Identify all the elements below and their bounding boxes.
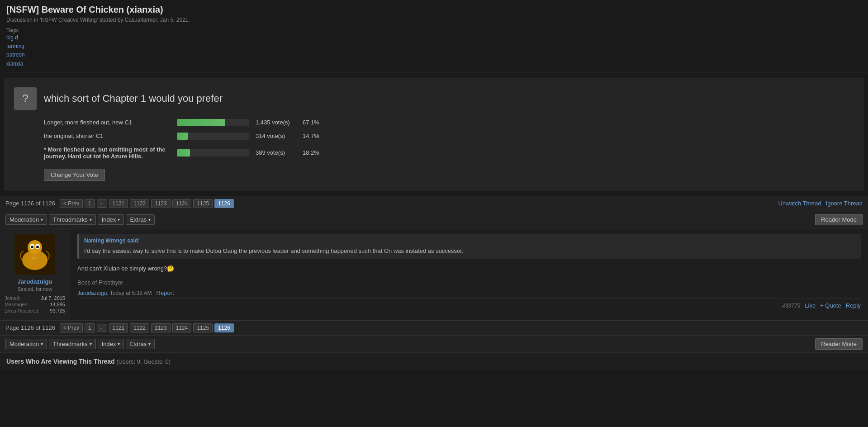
post-wrapper: Jarudazuigu Sealed, for now Joined: Jul …: [0, 228, 868, 320]
bottom-toolbar-left: Moderation ▾ Threadmarks ▾ Index ▾ Extra…: [5, 339, 155, 349]
svg-point-6: [36, 246, 39, 248]
post-attribution: Jarudazuigu, Today at 5:39 AM Report: [77, 289, 861, 296]
poll-option-1: Longer, more fleshed out, new C1 1,435 v…: [44, 119, 849, 126]
poll-bar-fill-3: [177, 149, 190, 157]
tag-farming[interactable]: farming: [6, 42, 862, 51]
index-dropdown-top[interactable]: Index ▾: [98, 214, 124, 225]
quote-arrow-icon: ↑: [142, 237, 145, 244]
stat-joined: Joined: Jul 7, 2015: [5, 295, 65, 301]
report-link[interactable]: Report: [157, 289, 174, 296]
poll-option-label-1: Longer, more fleshed out, new C1: [44, 119, 171, 126]
quote-button[interactable]: + Quote: [820, 302, 841, 309]
reader-mode-btn-top[interactable]: Reader Mode: [815, 214, 863, 225]
poll-pct-2: 14.7%: [303, 133, 319, 139]
tag-big-d[interactable]: big d: [6, 33, 862, 42]
post-actions: #33775 Like + Quote Reply: [77, 298, 861, 309]
poll-bar-fill-2: [177, 133, 188, 140]
post-role: Boss of Frostbyte: [77, 279, 861, 286]
page-subtitle: Discussion in 'NSFW Creative Writing' st…: [6, 17, 862, 23]
reply-button[interactable]: Reply: [846, 302, 861, 309]
bottom-page-btn-1123[interactable]: 1123: [151, 323, 171, 332]
page-btn-1124[interactable]: 1124: [172, 199, 192, 208]
extras-dropdown-top[interactable]: Extras ▾: [126, 214, 155, 225]
index-bottom-chevron-icon: ▾: [118, 342, 120, 346]
poll-options: Longer, more fleshed out, new C1 1,435 v…: [44, 119, 849, 160]
bottom-first-page-btn[interactable]: 1: [85, 323, 95, 332]
like-button[interactable]: Like: [805, 302, 816, 309]
moderation-bottom-chevron-icon: ▾: [41, 342, 43, 346]
unwatch-thread-link[interactable]: Unwatch Thread: [778, 200, 821, 207]
avatar: [14, 234, 55, 275]
top-toolbar-left: Moderation ▾ Threadmarks ▾ Index ▾ Extra…: [5, 214, 155, 225]
page-btn-1122[interactable]: 1122: [130, 199, 149, 208]
bottom-page-btn-1122[interactable]: 1122: [130, 323, 149, 332]
bottom-page-btn-1121[interactable]: 1121: [109, 323, 128, 332]
top-pagination-bar: Page 1126 of 1126 < Prev 1 ← 1121 1122 1…: [0, 196, 868, 211]
threadmarks-dropdown-top[interactable]: Threadmarks ▾: [49, 214, 96, 225]
extras-dropdown-bottom[interactable]: Extras ▾: [126, 339, 155, 349]
bottom-toolbar: Moderation ▾ Threadmarks ▾ Index ▾ Extra…: [0, 336, 868, 353]
threadmarks-bottom-chevron-icon: ▾: [90, 342, 92, 346]
quote-header: Naming Wrongs said: ↑: [84, 237, 855, 244]
svg-point-5: [31, 246, 33, 248]
poll-option-label-2: the original, shorter C1: [44, 133, 171, 139]
tag-patreon[interactable]: patreon: [6, 51, 862, 59]
bottom-page-btn-1126[interactable]: 1126: [214, 323, 234, 332]
bottom-pagination-bar: Page 1126 of 1126 < Prev 1 ← 1121 1122 1…: [0, 320, 868, 336]
index-dropdown-bottom[interactable]: Index ▾: [98, 339, 124, 349]
quote-text: I'd say the easiest way to solve this is…: [84, 247, 855, 256]
poll-vote-btn-row: Change Your Vote: [44, 169, 849, 181]
post-body-text: And can't Xiulan be simply wrong?🤔: [77, 264, 861, 274]
username[interactable]: Jarudazuigu: [18, 278, 52, 285]
tags-section: Tags: big d farming patreon xianxia: [6, 27, 862, 68]
post-author-link[interactable]: Jarudazuigu: [77, 290, 107, 296]
poll-option-label-3: * More fleshed out, but omitting most of…: [44, 146, 171, 160]
reader-mode-btn-bottom[interactable]: Reader Mode: [815, 338, 863, 350]
users-viewing-title: Users Who Are Viewing This Thread: [6, 358, 115, 365]
quote-block: Naming Wrongs said: ↑ I'd say the easies…: [77, 234, 861, 259]
user-stats: Joined: Jul 7, 2015 Messages: 14,985 Lik…: [5, 295, 65, 314]
prev-page-btn[interactable]: < Prev: [60, 199, 83, 208]
poll-bar-1: [177, 119, 249, 126]
threadmarks-dropdown-bottom[interactable]: Threadmarks ▾: [49, 339, 96, 349]
tag-list: big d farming patreon xianxia: [6, 33, 862, 68]
moderation-dropdown-bottom[interactable]: Moderation ▾: [5, 339, 47, 349]
extras-chevron-icon: ▾: [148, 217, 151, 222]
poll-bar-fill-1: [177, 119, 225, 126]
ellipsis-btn-top[interactable]: ←: [97, 199, 107, 208]
quote-author: Naming Wrongs said:: [84, 237, 140, 244]
post-content: Naming Wrongs said: ↑ I'd say the easies…: [70, 228, 868, 320]
threadmarks-chevron-icon: ▾: [90, 217, 92, 222]
page-btn-1126[interactable]: 1126: [214, 199, 234, 208]
bottom-page-btn-1124[interactable]: 1124: [172, 323, 192, 332]
bottom-pagination-left: Page 1126 of 1126 < Prev 1 ← 1121 1122 1…: [5, 323, 234, 332]
extras-bottom-chevron-icon: ▾: [148, 342, 151, 346]
first-page-btn[interactable]: 1: [85, 199, 95, 208]
page-title: [NSFW] Beware Of Chicken (xianxia): [6, 5, 862, 15]
bottom-toolbar-right: Reader Mode: [815, 338, 863, 350]
top-pagination-left: Page 1126 of 1126 < Prev 1 ← 1121 1122 1…: [5, 199, 234, 208]
poll-option-3: * More fleshed out, but omitting most of…: [44, 146, 849, 160]
user-title: Sealed, for now: [18, 286, 52, 292]
page-btn-1121[interactable]: 1121: [109, 199, 128, 208]
bottom-page-btn-1125[interactable]: 1125: [193, 323, 213, 332]
poll-container: ? which sort of Chapter 1 would you pref…: [5, 78, 863, 190]
poll-pct-1: 67.1%: [303, 119, 319, 126]
ignore-thread-link[interactable]: Ignore Thread: [826, 200, 863, 207]
tags-label: Tags:: [6, 27, 19, 33]
stat-likes: Likes Received: 93,725: [5, 308, 65, 313]
users-viewing-count: (Users: 9, Guests: 0): [116, 358, 171, 365]
page-btn-1123[interactable]: 1123: [151, 199, 171, 208]
bottom-prev-page-btn[interactable]: < Prev: [60, 323, 83, 332]
tag-xianxia[interactable]: xianxia: [6, 60, 862, 68]
post-number: #33775: [782, 303, 800, 309]
page-btn-1125[interactable]: 1125: [193, 199, 213, 208]
post-sidebar: Jarudazuigu Sealed, for now Joined: Jul …: [0, 228, 70, 320]
ellipsis-btn-bottom[interactable]: ←: [97, 324, 107, 332]
stat-messages: Messages: 14,985: [5, 302, 65, 307]
top-toolbar: Moderation ▾ Threadmarks ▾ Index ▾ Extra…: [0, 211, 868, 228]
avatar-image: [14, 234, 55, 275]
change-vote-button[interactable]: Change Your Vote: [44, 169, 105, 181]
moderation-dropdown-top[interactable]: Moderation ▾: [5, 214, 47, 225]
poll-option-2: the original, shorter C1 314 vote(s) 14.…: [44, 133, 849, 140]
